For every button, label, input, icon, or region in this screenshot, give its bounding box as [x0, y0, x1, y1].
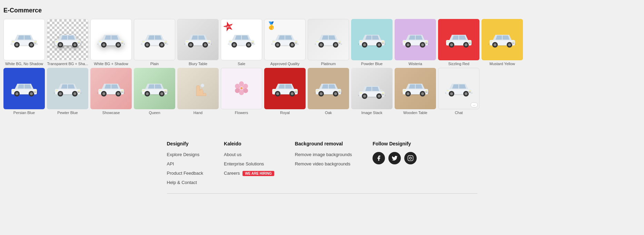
footer-link-item: Help & Contact: [167, 180, 204, 185]
grid-item-pewter-blue[interactable]: Pewter Blue: [47, 68, 88, 115]
thumb-wisteria: [395, 19, 436, 60]
svg-point-6: [30, 43, 33, 46]
footer-link[interactable]: API: [167, 161, 174, 166]
thumb-pewter-blue: [47, 68, 88, 109]
grid-item-white-bg-shadow[interactable]: White BG + Shadow: [90, 19, 132, 66]
svg-rect-219: [403, 90, 405, 91]
svg-rect-47: [208, 41, 210, 42]
grid-item-sizzling-red[interactable]: Sizzling Red: [438, 19, 479, 66]
grid-item-transparent-bg-sha[interactable]: Transparent BG + Sha...: [47, 19, 88, 66]
svg-rect-49: [207, 42, 210, 44]
svg-rect-190: [338, 91, 340, 93]
section-title: E-Commerce: [3, 7, 641, 14]
car-transparent-bg-sha: [52, 30, 83, 50]
label-showcase: Showcase: [102, 111, 120, 115]
svg-rect-109: [468, 42, 471, 44]
svg-rect-159: [164, 91, 167, 93]
svg-rect-158: [142, 90, 145, 91]
svg-rect-231: [408, 156, 413, 161]
svg-rect-209: [360, 92, 362, 94]
car-sale: [226, 30, 257, 50]
label-white-bg-shadow: White BG + Shadow: [94, 62, 128, 66]
svg-rect-107: [469, 41, 471, 42]
label-powder-blue: Powder Blue: [361, 62, 383, 66]
social-icon-twitter[interactable]: [388, 152, 401, 164]
grid-item-royal[interactable]: Royal: [264, 68, 306, 115]
footer-link[interactable]: Explore Designs: [167, 152, 200, 157]
thumb-sale: SALE: [221, 19, 262, 60]
svg-rect-37: [165, 41, 167, 42]
footer-link[interactable]: Help & Contact: [167, 180, 197, 185]
svg-rect-208: [382, 92, 384, 94]
svg-point-168: [243, 88, 248, 93]
svg-point-225: [450, 92, 453, 95]
label-sale: Sale: [238, 62, 245, 66]
footer-link[interactable]: Remove image backgrounds: [295, 152, 352, 157]
grid-item-approved-quality[interactable]: 🥇 Approved Quality: [264, 19, 306, 66]
car-mustard-yellow: [487, 30, 518, 50]
grid-item-plain[interactable]: Plain: [134, 19, 175, 66]
grid-item-blury-table[interactable]: Blury Table: [177, 19, 219, 66]
svg-point-170: [240, 87, 242, 89]
thumb-white-bg-shadow: [90, 19, 132, 60]
svg-rect-17: [78, 41, 80, 42]
footer-link-item: Product Feedback: [167, 171, 204, 176]
footer-link[interactable]: About us: [224, 152, 241, 157]
grid-item-hand[interactable]: Hand: [177, 68, 219, 115]
grid-item-image-stack[interactable]: Image Stack: [351, 68, 393, 115]
car-powder-blue: [356, 30, 387, 50]
thumb-hand: [177, 68, 219, 109]
svg-point-86: [378, 43, 380, 46]
social-icon-instagram[interactable]: [404, 152, 417, 164]
svg-rect-180: [294, 91, 297, 93]
svg-point-14: [59, 43, 62, 46]
svg-point-154: [146, 92, 149, 95]
footer-link-item: Enterprise Solutions: [224, 161, 274, 166]
car-white-bg-shadow: [96, 30, 127, 50]
grid-item-queen[interactable]: Queen: [134, 68, 175, 115]
svg-point-165: [235, 84, 240, 89]
grid-item-oak[interactable]: Oak: [308, 68, 349, 115]
footer-link[interactable]: Remove video backgrounds: [295, 161, 350, 166]
label-persian-blue: Persian Blue: [13, 111, 35, 115]
footer-link[interactable]: Careers: [224, 171, 240, 176]
thumb-transparent-bg-sha: [47, 19, 88, 60]
hiring-badge: WE ARE HIRING: [242, 171, 274, 176]
car-white-bg-no-shadow: [9, 30, 40, 50]
grid-item-mustard-yellow[interactable]: Mustard Yellow: [482, 19, 523, 66]
svg-point-46: [204, 43, 207, 46]
grid-item-powder-blue[interactable]: Powder Blue: [351, 19, 393, 66]
svg-point-185: [320, 92, 323, 95]
label-blury-table: Blury Table: [189, 62, 207, 66]
footer-link-item: About us: [224, 152, 274, 157]
svg-rect-7: [34, 41, 36, 42]
grid-item-flowers[interactable]: Flowers: [221, 68, 262, 115]
svg-point-36: [160, 43, 163, 46]
label-oak: Oak: [325, 111, 332, 115]
svg-point-164: [239, 90, 244, 95]
grid-item-wisteria[interactable]: Wisteria: [395, 19, 436, 66]
svg-rect-78: [316, 41, 318, 42]
grid-item-wooden-table[interactable]: Wooden Table: [395, 68, 436, 115]
svg-point-44: [189, 43, 192, 46]
car-chat: [443, 79, 474, 99]
svg-rect-230: [468, 91, 471, 93]
footer-col-title-designify: Designify: [167, 141, 204, 146]
grid-item-platinum[interactable]: Platinum: [308, 19, 349, 66]
svg-rect-99: [425, 42, 427, 44]
footer-link[interactable]: Product Feedback: [167, 171, 204, 176]
svg-rect-69: [294, 42, 297, 44]
svg-rect-19: [77, 42, 80, 44]
grid-item-sale[interactable]: SALE Sale: [221, 19, 262, 66]
grid-item-white-bg-no-shadow[interactable]: White BG, No Shadow: [3, 19, 45, 66]
footer-link[interactable]: Enterprise Solutions: [224, 161, 264, 166]
svg-point-146: [117, 92, 120, 95]
thumb-flowers: [221, 68, 262, 109]
social-icon-facebook[interactable]: [373, 152, 385, 164]
label-queen: Queen: [149, 111, 160, 115]
grid-item-chat[interactable]: ... Chat: [438, 68, 479, 115]
svg-point-24: [102, 43, 105, 46]
svg-rect-128: [12, 90, 14, 91]
grid-item-persian-blue[interactable]: Persian Blue: [3, 68, 45, 115]
grid-item-showcase[interactable]: Showcase: [90, 68, 132, 115]
